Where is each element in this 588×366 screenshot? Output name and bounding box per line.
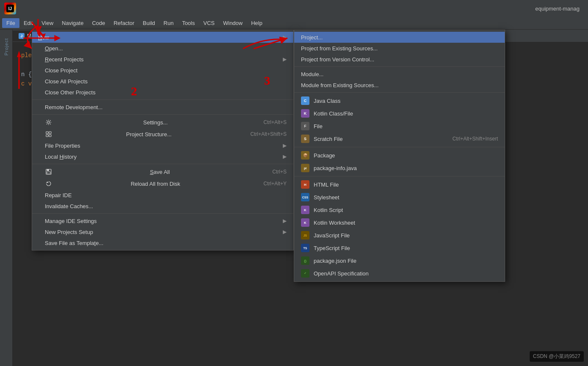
- reload-text: Reload All from Disk: [131, 181, 180, 187]
- kotlin-worksheet-icon: K: [301, 218, 309, 227]
- scratch-file-icon: S: [301, 135, 309, 143]
- new-submenu-section-5: H HTML File CSS Stylesheet K Kotlin Scri…: [294, 176, 505, 281]
- java-class-icon: C: [301, 96, 309, 105]
- menu-refactor[interactable]: Refactor: [109, 18, 139, 28]
- file-menu-section-2: Remote Development...: [32, 100, 293, 115]
- file-menu-section-3: Settings... Ctrl+Alt+S Project Structure…: [32, 115, 293, 164]
- new-package-info[interactable]: pi package-info.java: [294, 162, 505, 174]
- title-bar: IJ equipment-manag: [0, 0, 588, 17]
- window-title: equipment-manag: [535, 6, 580, 12]
- html-icon: H: [301, 180, 309, 189]
- file-menu-new[interactable]: New ▶: [32, 32, 293, 43]
- menu-navigate[interactable]: Navigate: [57, 18, 88, 28]
- settings-text: Settings...: [143, 119, 168, 126]
- new-kotlin-class[interactable]: K Kotlin Class/File: [294, 107, 505, 120]
- new-submenu-section-2: Module... Module from Existing Sources..…: [294, 67, 505, 93]
- menu-edit[interactable]: Edit: [19, 18, 37, 28]
- file-icon: F: [301, 122, 309, 130]
- new-project-from-existing[interactable]: Project from Existing Sources...: [294, 43, 505, 54]
- svg-rect-4: [49, 132, 51, 134]
- kotlin-script-icon: K: [301, 206, 309, 214]
- svg-rect-5: [46, 135, 48, 137]
- invalidate-caches-text: Invalidate Caches...: [45, 203, 93, 209]
- file-menu-recent-projects[interactable]: Recent Projects ▶: [32, 54, 293, 65]
- new-scratch-file[interactable]: S Scratch File Ctrl+Alt+Shift+Insert: [294, 132, 505, 145]
- file-menu-new-projects-setup[interactable]: New Projects Setup ▶: [32, 226, 293, 237]
- new-html-file[interactable]: H HTML File: [294, 178, 505, 191]
- kotlin-class-text: Kotlin Class/File: [314, 110, 353, 117]
- settings-icon: [45, 118, 52, 126]
- new-module[interactable]: Module...: [294, 69, 505, 80]
- file-menu-remote-dev[interactable]: Remote Development...: [32, 102, 293, 113]
- new-project[interactable]: Project...: [294, 32, 505, 43]
- js-icon: JS: [301, 231, 309, 239]
- file-menu-project-structure[interactable]: Project Structure... Ctrl+Alt+Shift+S: [32, 128, 293, 140]
- file-properties-arrow: ▶: [283, 143, 287, 149]
- settings-shortcut: Ctrl+Alt+S: [263, 119, 287, 125]
- menu-window[interactable]: Window: [219, 18, 247, 28]
- package-json-text: package.json File: [314, 258, 356, 264]
- new-java-class[interactable]: C Java Class: [294, 94, 505, 107]
- remote-dev-text: Remote Development...: [45, 104, 103, 110]
- new-kotlin-script[interactable]: K Kotlin Script: [294, 204, 505, 216]
- app-logo: IJ: [4, 3, 16, 14]
- file-menu-save-all[interactable]: Save All Ctrl+S: [32, 166, 293, 178]
- svg-rect-3: [46, 132, 48, 134]
- manage-ide-settings-text: Manage IDE Settings: [45, 218, 97, 224]
- menu-view[interactable]: View: [37, 18, 57, 28]
- menu-vcs[interactable]: VCS: [199, 18, 219, 28]
- file-menu-close-project[interactable]: Close Project: [32, 65, 293, 76]
- local-history-text: Local History: [45, 154, 77, 160]
- file-menu-file-properties[interactable]: File Properties ▶: [32, 140, 293, 151]
- close-all-projects-text: Close All Projects: [45, 78, 88, 85]
- file-menu-local-history[interactable]: Local History ▶: [32, 151, 293, 162]
- file-menu-reload[interactable]: Reload All from Disk Ctrl+Alt+Y: [32, 178, 293, 190]
- openapi-text: OpenAPI Specification: [314, 270, 369, 277]
- package-info-text: package-info.java: [314, 165, 357, 171]
- file-menu-open[interactable]: Open...: [32, 43, 293, 54]
- menu-build[interactable]: Build: [139, 18, 159, 28]
- new-kotlin-worksheet[interactable]: K Kotlin Worksheet: [294, 216, 505, 229]
- file-menu-close-other-projects[interactable]: Close Other Projects: [32, 87, 293, 98]
- menu-run[interactable]: Run: [159, 18, 178, 28]
- csdn-badge: CSDN @小菜鸡9527: [530, 351, 584, 362]
- new-module-from-existing[interactable]: Module from Existing Sources...: [294, 80, 505, 91]
- new-package[interactable]: 📦 Package: [294, 149, 505, 162]
- new-openapi[interactable]: ✓ OpenAPI Specification: [294, 267, 505, 280]
- save-icon: [45, 168, 52, 176]
- menu-help[interactable]: Help: [247, 18, 267, 28]
- menu-code[interactable]: Code: [88, 18, 109, 28]
- java-file-icon: J: [19, 33, 25, 39]
- reload-icon: [45, 180, 52, 187]
- typescript-file-text: TypeScript File: [314, 245, 350, 251]
- new-typescript-file[interactable]: TS TypeScript File: [294, 242, 505, 254]
- svg-point-2: [48, 121, 50, 124]
- svg-text:IJ: IJ: [8, 6, 12, 11]
- open-menu-text: Open...: [45, 45, 63, 52]
- close-project-text: Close Project: [45, 67, 77, 74]
- new-projects-setup-arrow: ▶: [283, 229, 287, 235]
- dropdown-overlay: New ▶ Open... Recent Projects ▶ Close Pr…: [32, 30, 294, 250]
- project-from-vcs-text: Project from Version Control...: [301, 56, 374, 63]
- file-menu-manage-ide-settings[interactable]: Manage IDE Settings ▶: [32, 215, 293, 226]
- svg-rect-8: [47, 169, 49, 171]
- file-menu-close-all-projects[interactable]: Close All Projects: [32, 76, 293, 87]
- file-text: File: [314, 123, 323, 129]
- menu-tools[interactable]: Tools: [178, 18, 199, 28]
- file-menu-section-5: Manage IDE Settings ▶ New Projects Setup…: [32, 214, 293, 250]
- new-package-json[interactable]: {} package.json File: [294, 254, 505, 267]
- package-info-icon: pi: [301, 164, 309, 172]
- file-menu-dropdown: New ▶ Open... Recent Projects ▶ Close Pr…: [32, 30, 294, 250]
- menu-file[interactable]: File: [2, 18, 19, 28]
- project-structure-text: Project Structure...: [126, 131, 172, 138]
- new-file[interactable]: F File: [294, 120, 505, 132]
- reload-shortcut: Ctrl+Alt+Y: [263, 181, 287, 187]
- file-menu-settings[interactable]: Settings... Ctrl+Alt+S: [32, 116, 293, 128]
- file-menu-invalidate-caches[interactable]: Invalidate Caches...: [32, 201, 293, 212]
- manage-ide-settings-arrow: ▶: [283, 218, 287, 224]
- new-project-from-vcs[interactable]: Project from Version Control...: [294, 54, 505, 65]
- file-menu-save-file-as-template[interactable]: Save File as Template...: [32, 237, 293, 248]
- new-javascript-file[interactable]: JS JavaScript File: [294, 229, 505, 242]
- file-menu-repair-ide[interactable]: Repair IDE: [32, 190, 293, 201]
- new-stylesheet[interactable]: CSS Stylesheet: [294, 191, 505, 204]
